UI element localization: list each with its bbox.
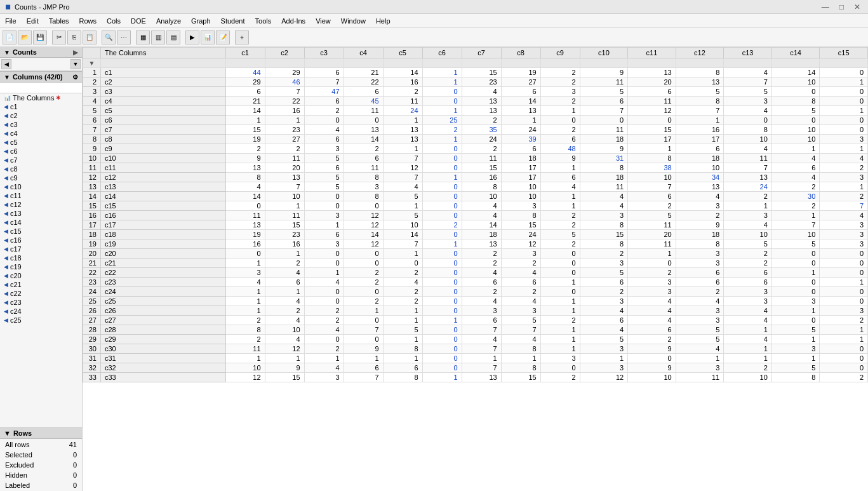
col-c15[interactable]: ◀c15	[0, 227, 82, 236]
table-row: 33c3312153781131521210111082	[83, 373, 868, 382]
col-header-c5[interactable]: c5	[383, 48, 422, 58]
data-cell: 1	[724, 344, 772, 354]
col-header-c10[interactable]: c10	[580, 48, 628, 58]
col-c8[interactable]: ◀c8	[0, 165, 82, 173]
col-c19[interactable]: ◀c19	[0, 262, 82, 271]
nav-left-icon[interactable]: ◀	[1, 59, 11, 69]
col-c4[interactable]: ◀c4	[0, 129, 82, 138]
menu-item-edit[interactable]: Edit	[22, 16, 44, 26]
minimize-button[interactable]: —	[819, 3, 832, 11]
toolbar-btn-cut[interactable]: ✂	[52, 30, 66, 44]
data-cell: 0	[771, 249, 820, 259]
toolbar-btn-paste[interactable]: 📋	[83, 30, 97, 44]
col-c14[interactable]: ◀c14	[0, 218, 82, 227]
col-c20[interactable]: ◀c20	[0, 271, 82, 280]
col-c12[interactable]: ◀c12	[0, 200, 82, 209]
toolbar-btn-open[interactable]: 📂	[18, 30, 32, 44]
col-header-c12[interactable]: c12	[676, 48, 724, 58]
col-c9[interactable]: ◀c9	[0, 173, 82, 182]
toolbar-btn-script[interactable]: 📝	[216, 30, 230, 44]
toolbar-btn-grid[interactable]: ▦	[136, 30, 150, 44]
data-area[interactable]: The Columns c1 c2 c3 c4 c5 c6 c7 c8 c9 c…	[83, 47, 868, 491]
toolbar-btn-cols[interactable]: ▥	[151, 30, 165, 44]
row-num-cell: 1	[83, 68, 101, 77]
col-header-c6[interactable]: c6	[422, 48, 462, 58]
col-header-c9[interactable]: c9	[540, 48, 580, 58]
panel-toggle[interactable]: ▼	[4, 49, 10, 56]
data-cell: 11	[676, 373, 724, 382]
col-header-c13[interactable]: c13	[724, 48, 772, 58]
col-header-c2[interactable]: c2	[265, 48, 304, 58]
col-c13[interactable]: ◀c13	[0, 209, 82, 218]
col-header-c14[interactable]: c14	[771, 48, 820, 58]
data-cell: 2	[304, 344, 344, 354]
toolbar-btn-more[interactable]: ⋯	[117, 30, 131, 44]
menu-item-cols[interactable]: Cols	[102, 16, 126, 26]
menu-item-help[interactable]: Help	[371, 16, 396, 26]
menu-item-tools[interactable]: Tools	[250, 16, 277, 26]
menu-item-analyze[interactable]: Analyze	[151, 16, 186, 26]
columns-settings-icon[interactable]: ⚙	[72, 74, 78, 81]
col-header-c15[interactable]: c15	[820, 48, 868, 58]
col-header-c1[interactable]: c1	[225, 48, 265, 58]
data-cell: 0	[628, 354, 676, 363]
table-row: 18c1819236141401824515201810103	[83, 230, 868, 239]
toolbar-btn-copy[interactable]: ⎘	[67, 30, 81, 44]
row-name-cell: c17	[101, 220, 226, 230]
col-c7[interactable]: ◀c7	[0, 156, 82, 165]
toolbar-btn-save[interactable]: 💾	[33, 30, 47, 44]
toolbar-btn-new[interactable]: 📄	[3, 30, 17, 44]
close-button[interactable]: ✕	[851, 3, 863, 11]
col-header-c4[interactable]: c4	[344, 48, 383, 58]
data-cell: 4	[628, 297, 676, 306]
maximize-button[interactable]: □	[837, 3, 846, 11]
menu-item-rows[interactable]: Rows	[74, 16, 102, 26]
toolbar-btn-rows[interactable]: ▤	[166, 30, 180, 44]
col-c18[interactable]: ◀c18	[0, 253, 82, 262]
data-cell: 1	[383, 354, 422, 363]
col-c16[interactable]: ◀c16	[0, 236, 82, 245]
data-cell: 2	[265, 306, 304, 316]
col-c3[interactable]: ◀c3	[0, 120, 82, 129]
menu-item-doe[interactable]: DOE	[126, 16, 151, 26]
data-cell: 4	[501, 297, 540, 306]
col-c11[interactable]: ◀c11	[0, 191, 82, 200]
menu-item-window[interactable]: Window	[336, 16, 371, 26]
columns-search-input[interactable]	[0, 83, 82, 93]
nav-dropdown-icon[interactable]: ▼	[70, 59, 81, 69]
col-c23[interactable]: ◀c23	[0, 298, 82, 307]
col-header-c11[interactable]: c11	[628, 48, 676, 58]
toolbar-btn-nav[interactable]: ▶	[185, 30, 199, 44]
menu-item-view[interactable]: View	[310, 16, 336, 26]
table-row: 21c21120000220303200	[83, 259, 868, 268]
col-c10[interactable]: ◀c10	[0, 182, 82, 191]
menu-item-file[interactable]: File	[0, 16, 22, 26]
col-c21[interactable]: ◀c21	[0, 280, 82, 289]
col-header-c8[interactable]: c8	[501, 48, 540, 58]
col-name-header[interactable]: The Columns	[101, 48, 226, 58]
toolbar-btn-add[interactable]: ＋	[235, 30, 249, 44]
data-cell: 8	[771, 373, 820, 382]
panel-arrow-icon[interactable]: ▶	[73, 49, 78, 56]
col-header-c3[interactable]: c3	[304, 48, 344, 58]
toolbar-btn-search[interactable]: 🔍	[102, 30, 116, 44]
col-c22[interactable]: ◀c22	[0, 289, 82, 298]
col-c1[interactable]: ◀c1	[0, 102, 82, 111]
menu-item-student[interactable]: Student	[216, 16, 250, 26]
data-cell: 3	[304, 373, 344, 382]
col-c25[interactable]: ◀c25	[0, 316, 82, 325]
menu-item-tables[interactable]: Tables	[44, 16, 74, 26]
col-c24[interactable]: ◀c24	[0, 307, 82, 316]
menu-item-graph[interactable]: Graph	[186, 16, 216, 26]
col-c2[interactable]: ◀c2	[0, 111, 82, 120]
menu-item-add-ins[interactable]: Add-Ins	[276, 16, 310, 26]
col-c17[interactable]: ◀c17	[0, 245, 82, 253]
rows-toggle[interactable]: ▼	[4, 429, 11, 437]
col-c5[interactable]: ◀c5	[0, 138, 82, 147]
titlebar-controls[interactable]: — □ ✕	[819, 3, 863, 11]
the-columns-item[interactable]: 📊 The Columns ✱	[0, 93, 82, 102]
col-header-c7[interactable]: c7	[462, 48, 501, 58]
col-c6[interactable]: ◀c6	[0, 147, 82, 156]
columns-toggle[interactable]: ▼	[4, 74, 10, 81]
toolbar-btn-chart[interactable]: 📊	[201, 30, 215, 44]
